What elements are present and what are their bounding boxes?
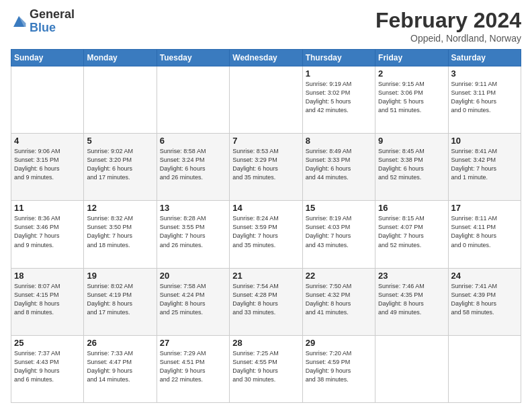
day-number: 3 bbox=[451, 68, 518, 79]
calendar-cell: 2Sunrise: 9:15 AM Sunset: 3:06 PM Daylig… bbox=[375, 66, 448, 134]
header: General Blue February 2024 Oppeid, Nordl… bbox=[11, 8, 521, 44]
logo-blue: Blue bbox=[30, 21, 75, 35]
day-number: 11 bbox=[14, 203, 81, 213]
day-number: 17 bbox=[451, 203, 518, 213]
day-info: Sunrise: 8:32 AM Sunset: 3:50 PM Dayligh… bbox=[87, 214, 153, 249]
calendar-cell bbox=[230, 66, 302, 134]
day-number: 16 bbox=[378, 203, 445, 213]
day-info: Sunrise: 8:53 AM Sunset: 3:29 PM Dayligh… bbox=[232, 147, 299, 182]
day-number: 12 bbox=[87, 203, 153, 213]
day-number: 25 bbox=[14, 338, 81, 348]
day-number: 20 bbox=[160, 271, 226, 281]
weekday-header-sunday: Sunday bbox=[11, 50, 84, 66]
day-info: Sunrise: 7:20 AM Sunset: 4:59 PM Dayligh… bbox=[306, 349, 372, 384]
calendar-table: SundayMondayTuesdayWednesdayThursdayFrid… bbox=[11, 49, 521, 403]
calendar-cell: 12Sunrise: 8:32 AM Sunset: 3:50 PM Dayli… bbox=[84, 201, 157, 268]
day-number: 18 bbox=[14, 271, 81, 281]
month-title: February 2024 bbox=[375, 8, 521, 33]
calendar-cell: 28Sunrise: 7:25 AM Sunset: 4:55 PM Dayli… bbox=[230, 335, 302, 402]
weekday-header-monday: Monday bbox=[84, 50, 157, 66]
day-info: Sunrise: 8:19 AM Sunset: 4:03 PM Dayligh… bbox=[306, 214, 372, 249]
calendar-cell: 4Sunrise: 9:06 AM Sunset: 3:15 PM Daylig… bbox=[11, 134, 84, 201]
logo-text: General Blue bbox=[30, 8, 75, 35]
week-row-5: 25Sunrise: 7:37 AM Sunset: 4:43 PM Dayli… bbox=[11, 335, 521, 402]
weekday-header-wednesday: Wednesday bbox=[230, 50, 302, 66]
logo-general: General bbox=[30, 8, 75, 21]
calendar-cell bbox=[375, 335, 448, 402]
calendar-cell: 21Sunrise: 7:54 AM Sunset: 4:28 PM Dayli… bbox=[230, 268, 302, 335]
day-number: 1 bbox=[306, 68, 372, 79]
calendar-cell: 23Sunrise: 7:46 AM Sunset: 4:35 PM Dayli… bbox=[375, 268, 448, 335]
day-info: Sunrise: 8:24 AM Sunset: 3:59 PM Dayligh… bbox=[232, 214, 299, 249]
page: General Blue February 2024 Oppeid, Nordl… bbox=[0, 0, 532, 411]
week-row-1: 1Sunrise: 9:19 AM Sunset: 3:02 PM Daylig… bbox=[11, 66, 521, 134]
day-number: 23 bbox=[378, 271, 445, 281]
day-number: 4 bbox=[14, 136, 81, 146]
week-row-4: 18Sunrise: 8:07 AM Sunset: 4:15 PM Dayli… bbox=[11, 268, 521, 335]
calendar-cell: 13Sunrise: 8:28 AM Sunset: 3:55 PM Dayli… bbox=[157, 201, 229, 268]
day-number: 5 bbox=[87, 136, 153, 146]
calendar-cell: 27Sunrise: 7:29 AM Sunset: 4:51 PM Dayli… bbox=[157, 335, 229, 402]
calendar-cell: 25Sunrise: 7:37 AM Sunset: 4:43 PM Dayli… bbox=[11, 335, 84, 402]
day-info: Sunrise: 8:58 AM Sunset: 3:24 PM Dayligh… bbox=[160, 147, 226, 182]
calendar-cell: 6Sunrise: 8:58 AM Sunset: 3:24 PM Daylig… bbox=[157, 134, 229, 201]
day-number: 13 bbox=[160, 203, 226, 213]
calendar-cell: 9Sunrise: 8:45 AM Sunset: 3:38 PM Daylig… bbox=[375, 134, 448, 201]
day-info: Sunrise: 8:11 AM Sunset: 4:11 PM Dayligh… bbox=[451, 214, 518, 249]
svg-marker-1 bbox=[19, 16, 26, 27]
logo-icon bbox=[11, 13, 27, 30]
day-number: 22 bbox=[306, 271, 372, 281]
day-number: 19 bbox=[87, 271, 153, 281]
day-info: Sunrise: 9:11 AM Sunset: 3:11 PM Dayligh… bbox=[451, 80, 518, 115]
calendar-cell: 7Sunrise: 8:53 AM Sunset: 3:29 PM Daylig… bbox=[230, 134, 302, 201]
day-info: Sunrise: 7:33 AM Sunset: 4:47 PM Dayligh… bbox=[87, 349, 153, 384]
calendar-cell: 20Sunrise: 7:58 AM Sunset: 4:24 PM Dayli… bbox=[157, 268, 229, 335]
calendar-cell: 29Sunrise: 7:20 AM Sunset: 4:59 PM Dayli… bbox=[302, 335, 375, 402]
calendar-cell: 3Sunrise: 9:11 AM Sunset: 3:11 PM Daylig… bbox=[448, 66, 521, 134]
calendar-cell: 14Sunrise: 8:24 AM Sunset: 3:59 PM Dayli… bbox=[230, 201, 302, 268]
calendar-cell bbox=[448, 335, 521, 402]
calendar-cell: 22Sunrise: 7:50 AM Sunset: 4:32 PM Dayli… bbox=[302, 268, 375, 335]
weekday-header-row: SundayMondayTuesdayWednesdayThursdayFrid… bbox=[11, 50, 521, 66]
location: Oppeid, Nordland, Norway bbox=[375, 33, 521, 44]
calendar-cell: 5Sunrise: 9:02 AM Sunset: 3:20 PM Daylig… bbox=[84, 134, 157, 201]
calendar-cell bbox=[11, 66, 84, 134]
day-number: 8 bbox=[306, 136, 372, 146]
day-info: Sunrise: 7:25 AM Sunset: 4:55 PM Dayligh… bbox=[232, 349, 299, 384]
day-number: 14 bbox=[232, 203, 299, 213]
day-info: Sunrise: 9:15 AM Sunset: 3:06 PM Dayligh… bbox=[378, 80, 445, 115]
day-info: Sunrise: 7:58 AM Sunset: 4:24 PM Dayligh… bbox=[160, 282, 226, 317]
day-info: Sunrise: 7:37 AM Sunset: 4:43 PM Dayligh… bbox=[14, 349, 81, 384]
day-info: Sunrise: 8:36 AM Sunset: 3:46 PM Dayligh… bbox=[14, 214, 81, 249]
calendar-cell: 17Sunrise: 8:11 AM Sunset: 4:11 PM Dayli… bbox=[448, 201, 521, 268]
calendar-cell: 10Sunrise: 8:41 AM Sunset: 3:42 PM Dayli… bbox=[448, 134, 521, 201]
day-info: Sunrise: 8:15 AM Sunset: 4:07 PM Dayligh… bbox=[378, 214, 445, 249]
day-info: Sunrise: 8:49 AM Sunset: 3:33 PM Dayligh… bbox=[306, 147, 372, 182]
day-info: Sunrise: 8:07 AM Sunset: 4:15 PM Dayligh… bbox=[14, 282, 81, 317]
day-info: Sunrise: 8:41 AM Sunset: 3:42 PM Dayligh… bbox=[451, 147, 518, 182]
day-info: Sunrise: 7:50 AM Sunset: 4:32 PM Dayligh… bbox=[306, 282, 372, 317]
day-info: Sunrise: 8:02 AM Sunset: 4:19 PM Dayligh… bbox=[87, 282, 153, 317]
day-number: 10 bbox=[451, 136, 518, 146]
calendar-cell bbox=[157, 66, 229, 134]
day-info: Sunrise: 7:41 AM Sunset: 4:39 PM Dayligh… bbox=[451, 282, 518, 317]
title-block: February 2024 Oppeid, Nordland, Norway bbox=[375, 8, 521, 44]
weekday-header-tuesday: Tuesday bbox=[157, 50, 229, 66]
calendar-cell: 16Sunrise: 8:15 AM Sunset: 4:07 PM Dayli… bbox=[375, 201, 448, 268]
day-number: 28 bbox=[232, 338, 299, 348]
calendar-cell: 1Sunrise: 9:19 AM Sunset: 3:02 PM Daylig… bbox=[302, 66, 375, 134]
week-row-2: 4Sunrise: 9:06 AM Sunset: 3:15 PM Daylig… bbox=[11, 134, 521, 201]
logo: General Blue bbox=[11, 8, 75, 35]
day-number: 7 bbox=[232, 136, 299, 146]
week-row-3: 11Sunrise: 8:36 AM Sunset: 3:46 PM Dayli… bbox=[11, 201, 521, 268]
day-number: 15 bbox=[306, 203, 372, 213]
day-info: Sunrise: 8:28 AM Sunset: 3:55 PM Dayligh… bbox=[160, 214, 226, 249]
day-info: Sunrise: 9:02 AM Sunset: 3:20 PM Dayligh… bbox=[87, 147, 153, 182]
calendar-cell: 26Sunrise: 7:33 AM Sunset: 4:47 PM Dayli… bbox=[84, 335, 157, 402]
day-number: 6 bbox=[160, 136, 226, 146]
calendar-cell: 18Sunrise: 8:07 AM Sunset: 4:15 PM Dayli… bbox=[11, 268, 84, 335]
calendar-cell: 15Sunrise: 8:19 AM Sunset: 4:03 PM Dayli… bbox=[302, 201, 375, 268]
day-number: 27 bbox=[160, 338, 226, 348]
calendar-cell: 19Sunrise: 8:02 AM Sunset: 4:19 PM Dayli… bbox=[84, 268, 157, 335]
day-number: 21 bbox=[232, 271, 299, 281]
